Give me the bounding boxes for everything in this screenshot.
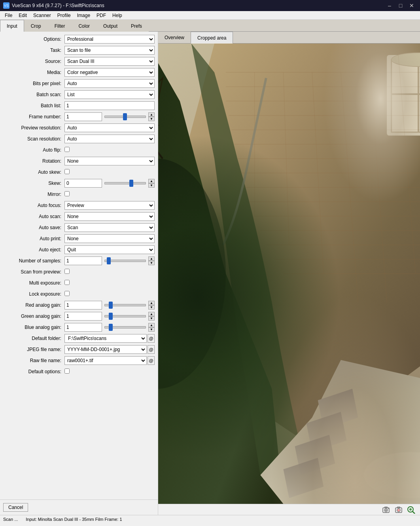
green-gain-slider-thumb[interactable] [109,313,113,320]
default-folder-at-button[interactable]: @ [148,334,155,343]
jpeg-name-at-button[interactable]: @ [148,345,155,354]
blue-gain-spin-down[interactable]: ▼ [148,327,155,332]
num-samples-spin-up[interactable]: ▲ [148,256,155,261]
raw-name-row: Raw file name: raw0001+.tif @ [2,355,156,366]
menu-help[interactable]: Help [109,12,125,19]
num-samples-slider-track[interactable] [104,260,146,262]
green-gain-spin-up[interactable]: ▲ [148,312,155,316]
tab-overview[interactable]: Overview [158,32,191,44]
rotation-select[interactable]: None 90 CW 90 CCW 180 [64,157,155,165]
num-samples-slider-container: ▲ ▼ [64,256,155,265]
lock-exposure-checkbox[interactable] [64,291,70,296]
menu-edit[interactable]: Edit [15,12,30,19]
svg-rect-0 [158,44,420,504]
menu-image[interactable]: Image [74,12,93,19]
tab-cropped-area[interactable]: Cropped area [191,32,233,44]
red-gain-slider-thumb[interactable] [109,302,113,309]
menu-profile[interactable]: Profile [54,12,74,19]
auto-eject-select[interactable]: Quit None [64,245,155,254]
auto-save-select[interactable]: Scan None [64,223,155,232]
batch-scan-control: List None Continuous [64,90,155,99]
raw-name-select[interactable]: raw0001+.tif [64,356,147,365]
scan-res-select[interactable]: Auto 300 dpi 600 dpi 1200 dpi [64,135,155,143]
auto-scan-select[interactable]: None Continuous [64,212,155,221]
menu-file[interactable]: File [2,12,15,19]
scan-from-preview-checkbox[interactable] [64,269,70,274]
preview-res-control: Auto 100 dpi 200 dpi [64,123,155,132]
blue-gain-spin-up[interactable]: ▲ [148,323,155,327]
minimize-button[interactable]: – [384,2,395,9]
frame-slider-track[interactable] [104,116,146,118]
titlebar-left: VS VueScan 9 x64 (9.7.27) - F:\SwiftPics… [3,2,104,9]
red-gain-input[interactable] [64,301,102,310]
skew-input[interactable] [64,179,102,188]
blue-gain-slider-track[interactable] [104,326,146,329]
preview-res-select[interactable]: Auto 100 dpi 200 dpi [64,123,155,132]
preview-button[interactable] [393,505,404,515]
svg-rect-1 [387,55,420,136]
num-samples-input[interactable] [64,256,102,265]
auto-skew-checkbox[interactable] [64,169,70,174]
red-gain-row: Red analog gain: ▲ ▼ [2,300,156,310]
green-gain-spin-down[interactable]: ▼ [148,316,155,321]
frame-spin-up[interactable]: ▲ [148,112,155,117]
menu-pdf[interactable]: PDF [93,12,109,19]
close-button[interactable]: ✕ [407,2,417,9]
tab-crop[interactable]: Crop [24,20,48,32]
zoom-button[interactable] [406,505,417,515]
jpeg-name-select[interactable]: YYYY-MM-DD-0001+.jpg [64,345,147,354]
tab-prefs[interactable]: Prefs [124,20,149,32]
default-options-checkbox[interactable] [64,368,70,374]
bits-select[interactable]: Auto 8 bit 16 bit [64,79,155,88]
blue-gain-input[interactable] [64,323,102,332]
scan-button[interactable] [380,505,392,515]
frame-number-input[interactable] [64,112,102,121]
green-gain-control: ▲ ▼ [64,312,155,321]
batch-scan-select[interactable]: List None Continuous [64,90,155,99]
mirror-checkbox[interactable] [64,191,70,196]
task-select[interactable]: Scan to file Print Email [64,46,155,55]
auto-print-row: Auto print: None Print [2,234,156,244]
source-select[interactable]: Scan Dual III Flatbed [64,57,155,66]
red-gain-slider-track[interactable] [104,304,146,306]
red-gain-spin-down[interactable]: ▼ [148,305,155,310]
scan-res-control: Auto 300 dpi 600 dpi 1200 dpi [64,135,155,143]
raw-name-at-button[interactable]: @ [148,356,155,365]
tab-input[interactable]: Input [0,20,24,32]
titlebar-title: VueScan 9 x64 (9.7.27) - F:\SwiftPics\sc… [12,3,104,8]
tab-output[interactable]: Output [96,20,124,32]
skew-slider-track[interactable] [104,182,146,184]
tab-color[interactable]: Color [72,20,96,32]
tab-filter[interactable]: Filter [48,20,72,32]
cancel-button[interactable]: Cancel [3,503,28,512]
auto-print-select[interactable]: None Print [64,234,155,243]
options-select[interactable]: Professional Standard Simple [64,35,155,44]
source-control: Scan Dual III Flatbed [64,57,155,66]
media-select[interactable]: Color negative Color positive B&W negati… [64,68,155,77]
skew-spin-down[interactable]: ▼ [148,183,155,188]
num-samples-slider-thumb[interactable] [107,257,111,264]
auto-focus-select[interactable]: Preview None Scan [64,201,155,210]
rotation-control: None 90 CW 90 CCW 180 [64,157,155,165]
auto-flip-checkbox[interactable] [64,147,70,152]
frame-spin-down[interactable]: ▼ [148,117,155,121]
multi-exposure-checkbox[interactable] [64,280,70,285]
batch-list-input[interactable] [64,101,155,110]
scan-from-preview-row: Scan from preview: [2,267,156,277]
green-gain-input[interactable] [64,312,102,321]
frame-slider-thumb[interactable] [123,113,127,120]
skew-slider-thumb[interactable] [129,180,133,187]
maximize-button[interactable]: □ [395,2,406,9]
media-row: Media: Color negative Color positive B&W… [2,67,156,78]
green-gain-slider-track[interactable] [104,315,146,317]
default-folder-label: Default folder: [3,336,64,341]
num-samples-spin-down[interactable]: ▼ [148,261,155,265]
auto-scan-label: Auto scan: [3,214,64,219]
default-folder-input[interactable]: F:\SwiftPics\scans [64,334,147,343]
auto-save-label: Auto save: [3,225,64,230]
menu-scanner[interactable]: Scanner [30,12,54,19]
skew-spin-up[interactable]: ▲ [148,179,155,183]
blue-gain-slider-thumb[interactable] [109,324,113,331]
red-gain-spin-up[interactable]: ▲ [148,301,155,305]
svg-line-26 [398,55,416,273]
